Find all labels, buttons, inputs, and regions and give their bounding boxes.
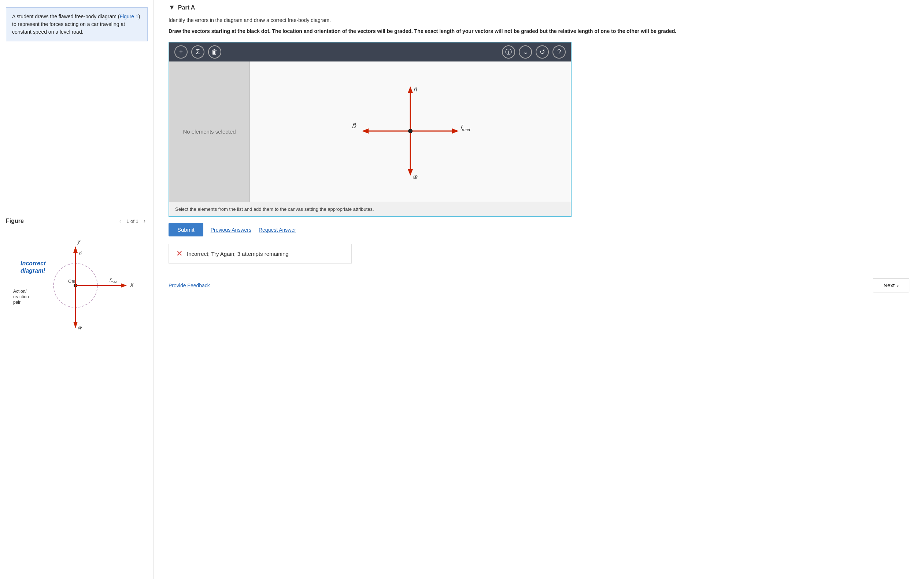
next-button[interactable]: Next › bbox=[873, 278, 909, 293]
vector-toolbar: + Σ 🗑 ⓘ ⌄ ↺ ? bbox=[169, 43, 571, 62]
svg-text:Incorrect: Incorrect bbox=[21, 260, 46, 267]
info-button[interactable]: ⓘ bbox=[502, 46, 515, 59]
provide-feedback-button[interactable]: Provide Feedback bbox=[169, 283, 210, 288]
help-button[interactable]: ? bbox=[553, 46, 566, 59]
chevron-button[interactable]: ⌄ bbox=[519, 46, 532, 59]
next-arrow[interactable]: › bbox=[141, 217, 148, 225]
submit-button[interactable]: Submit bbox=[169, 223, 204, 236]
svg-marker-11 bbox=[73, 246, 78, 253]
canvas-footer: Select the elements from the list and ad… bbox=[169, 202, 571, 216]
part-title: Part A bbox=[178, 4, 195, 11]
svg-text:D⃗: D⃗ bbox=[352, 123, 356, 129]
no-elements-text: No elements selected bbox=[183, 128, 236, 135]
svg-text:Action/: Action/ bbox=[13, 289, 27, 294]
figure-nav: ‹ 1 of 1 › bbox=[117, 217, 148, 225]
refresh-button[interactable]: ↺ bbox=[536, 46, 549, 59]
svg-text:reaction: reaction bbox=[13, 294, 29, 299]
figure-link[interactable]: Figure 1 bbox=[120, 13, 138, 20]
vector-list-panel: No elements selected bbox=[169, 62, 250, 202]
svg-marker-20 bbox=[408, 87, 413, 93]
svg-marker-26 bbox=[362, 128, 369, 134]
svg-text:n⃗: n⃗ bbox=[79, 251, 82, 256]
next-label: Next bbox=[883, 282, 895, 288]
instruction-text: Draw the vectors starting at the black d… bbox=[169, 28, 909, 35]
svg-text:diagram!: diagram! bbox=[21, 268, 46, 274]
left-panel: A student draws the flawed free-body dia… bbox=[0, 0, 154, 579]
bottom-bar: Provide Feedback Next › bbox=[169, 272, 909, 293]
description-text: A student draws the flawed free-body dia… bbox=[12, 13, 120, 20]
svg-text:x: x bbox=[130, 281, 134, 288]
action-row: Submit Previous Answers Request Answer bbox=[169, 223, 909, 236]
svg-marker-14 bbox=[73, 322, 78, 328]
svg-text:w⃗: w⃗ bbox=[412, 174, 418, 180]
svg-marker-29 bbox=[452, 128, 459, 134]
svg-text:pair: pair bbox=[13, 300, 21, 305]
trash-button[interactable]: 🗑 bbox=[208, 46, 221, 59]
next-chevron-icon: › bbox=[897, 282, 899, 288]
vector-tool: + Σ 🗑 ⓘ ⌄ ↺ ? No elements selected bbox=[169, 42, 571, 217]
add-button[interactable]: + bbox=[174, 46, 187, 59]
svg-text:Car: Car bbox=[68, 278, 76, 284]
part-toggle-icon[interactable]: ▼ bbox=[169, 4, 175, 11]
right-panel: ▼ Part A Identify the errors in the diag… bbox=[154, 0, 924, 579]
error-icon: ✕ bbox=[176, 249, 182, 258]
identify-text: Identify the errors in the diagram and d… bbox=[169, 17, 909, 23]
figure-diagram: y x Incorrect diagram! Car Action/ react… bbox=[6, 229, 145, 339]
feedback-box: ✕ Incorrect; Try Again; 3 attempts remai… bbox=[169, 244, 352, 263]
page-indicator: 1 of 1 bbox=[126, 219, 138, 224]
toolbar-left: + Σ 🗑 bbox=[174, 46, 221, 59]
toolbar-right: ⓘ ⌄ ↺ ? bbox=[502, 46, 566, 59]
vector-canvas-area: No elements selected n⃗ w⃗ bbox=[169, 62, 571, 202]
figure-title: Figure bbox=[6, 218, 24, 224]
svg-text:f⃗road: f⃗road bbox=[109, 278, 118, 284]
sum-button[interactable]: Σ bbox=[191, 46, 204, 59]
figure-section: Figure ‹ 1 of 1 › y x Incorrect diagram! bbox=[6, 217, 148, 339]
feedback-text: Incorrect; Try Again; 3 attempts remaini… bbox=[187, 251, 289, 257]
svg-text:y: y bbox=[77, 238, 80, 244]
svg-text:n⃗: n⃗ bbox=[413, 87, 418, 93]
vector-drawing-panel[interactable]: n⃗ w⃗ D⃗ f⃗road bbox=[250, 62, 571, 202]
svg-text:w⃗: w⃗ bbox=[78, 325, 82, 330]
prev-arrow[interactable]: ‹ bbox=[117, 217, 123, 225]
svg-point-31 bbox=[408, 129, 412, 133]
svg-marker-23 bbox=[408, 169, 413, 176]
previous-answers-button[interactable]: Previous Answers bbox=[211, 227, 251, 233]
problem-description: A student draws the flawed free-body dia… bbox=[6, 7, 148, 41]
request-answer-button[interactable]: Request Answer bbox=[259, 227, 296, 233]
figure-header: Figure ‹ 1 of 1 › bbox=[6, 217, 148, 225]
svg-text:f⃗road: f⃗road bbox=[460, 124, 470, 132]
svg-marker-17 bbox=[121, 283, 127, 288]
part-header: ▼ Part A bbox=[169, 4, 909, 11]
